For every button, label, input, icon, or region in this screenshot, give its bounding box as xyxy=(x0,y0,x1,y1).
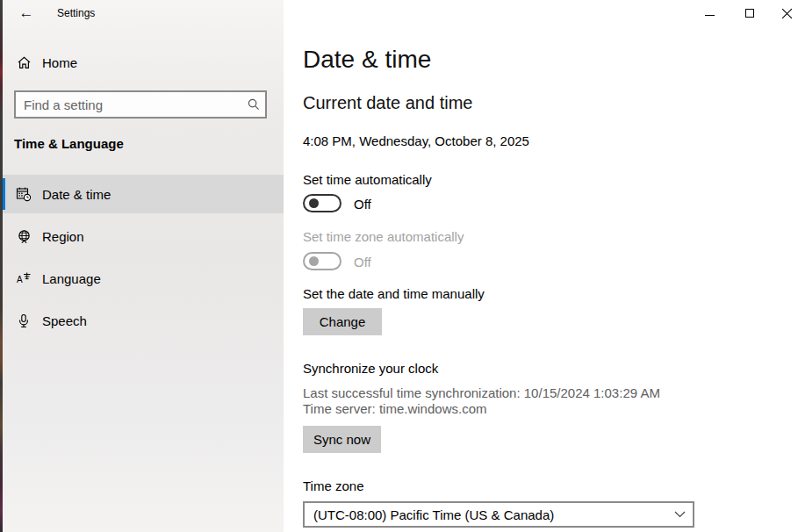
last-sync-text: Last successful time synchronization: 10… xyxy=(303,385,660,400)
set-time-auto-toggle[interactable] xyxy=(303,194,341,212)
globe-icon xyxy=(16,228,32,244)
svg-text:A: A xyxy=(17,275,23,284)
toggle-knob xyxy=(309,198,319,208)
sidebar-item-home[interactable]: Home xyxy=(3,43,284,82)
sidebar-item-date-time[interactable]: Date & time xyxy=(3,175,284,213)
sidebar-item-label: Language xyxy=(42,271,101,286)
calendar-clock-icon xyxy=(16,186,32,202)
sync-heading: Synchronize your clock xyxy=(303,361,438,376)
set-zone-auto-label: Set time zone automatically xyxy=(303,229,464,244)
minimize-icon xyxy=(705,15,715,16)
close-icon xyxy=(781,8,793,19)
close-button[interactable] xyxy=(766,0,798,26)
back-button[interactable]: ← xyxy=(14,2,39,25)
set-zone-auto-state: Off xyxy=(354,255,371,270)
settings-window: ← Settings Home Time & L xyxy=(0,0,798,532)
toggle-knob xyxy=(309,256,319,266)
language-icon: A xyxy=(16,270,32,286)
search-box xyxy=(14,90,267,119)
maximize-button[interactable] xyxy=(730,0,770,26)
time-server-text: Time server: time.windows.com xyxy=(303,401,487,416)
page-title: Date & time xyxy=(303,46,431,74)
manual-set-label: Set the date and time manually xyxy=(303,286,485,301)
back-arrow-icon: ← xyxy=(19,4,34,22)
titlebar: ← Settings xyxy=(3,0,284,32)
microphone-icon xyxy=(16,313,32,328)
sync-now-button[interactable]: Sync now xyxy=(303,426,381,453)
current-datetime-heading: Current date and time xyxy=(303,93,472,113)
sidebar-item-label: Date & time xyxy=(42,187,111,202)
change-button[interactable]: Change xyxy=(303,308,382,335)
sidebar-item-language[interactable]: A Language xyxy=(3,259,284,298)
set-time-auto-label: Set time automatically xyxy=(303,172,432,187)
sidebar: ← Settings Home Time & L xyxy=(3,0,284,532)
set-zone-auto-toggle xyxy=(303,252,341,270)
minimize-button[interactable] xyxy=(689,0,730,26)
timezone-selected-value: (UTC-08:00) Pacific Time (US & Canada) xyxy=(305,507,666,522)
sidebar-item-region[interactable]: Region xyxy=(3,217,284,255)
chevron-down-icon xyxy=(666,511,693,518)
set-time-auto-state: Off xyxy=(354,197,371,212)
timezone-label: Time zone xyxy=(303,478,363,493)
window-title: Settings xyxy=(57,7,95,19)
timezone-select[interactable]: (UTC-08:00) Pacific Time (US & Canada) xyxy=(303,501,694,528)
sidebar-item-label: Speech xyxy=(42,313,87,328)
maximize-icon xyxy=(745,9,754,18)
home-icon xyxy=(16,54,32,70)
current-datetime-value: 4:08 PM, Wednesday, October 8, 2025 xyxy=(303,133,529,148)
sidebar-section-header: Time & Language xyxy=(14,136,124,151)
search-input[interactable] xyxy=(16,92,242,117)
main-content: Date & time Current date and time 4:08 P… xyxy=(284,0,798,532)
sidebar-item-speech[interactable]: Speech xyxy=(3,301,284,340)
window-edge-strip xyxy=(0,0,3,532)
sidebar-item-label: Region xyxy=(42,229,84,244)
search-icon[interactable] xyxy=(242,97,265,112)
sidebar-item-label: Home xyxy=(42,55,77,70)
